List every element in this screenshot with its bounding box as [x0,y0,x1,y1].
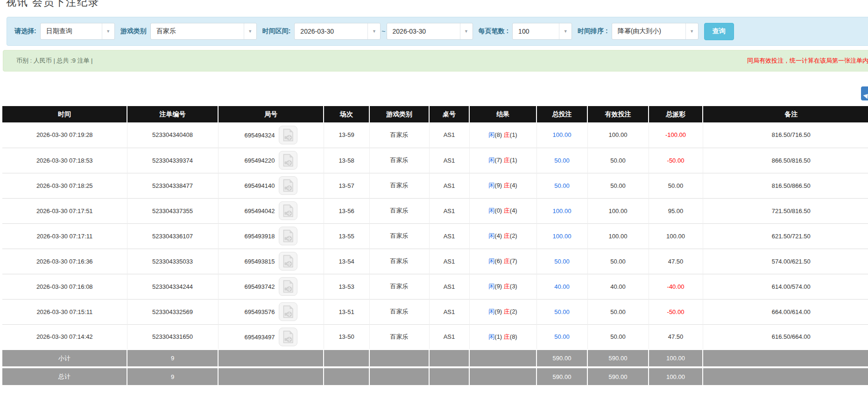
cell-game-type: 百家乐 [369,122,429,148]
date-range-separator: ~ [381,28,385,35]
column-header-payout: 总派彩 [649,106,703,122]
total-bet-amount[interactable]: 50.00 [554,308,570,315]
video-replay-button[interactable] [279,201,297,220]
total-bet-amount[interactable]: 40.00 [554,283,570,290]
game-type-select[interactable]: 百家乐 ▼ [150,23,257,40]
total-bet-amount[interactable]: 100.00 [553,207,572,214]
video-file-icon [282,179,294,192]
column-header-note: 备注 [703,106,868,122]
footer-empty-cell [469,350,536,367]
cell-result: 闲(7) 庄(1) [469,148,536,173]
total-bet-amount[interactable]: 100.00 [553,131,572,138]
video-file-icon [282,229,294,243]
total-bet-amount[interactable]: 100.00 [553,233,572,240]
cell-time: 2026-03-30 07:18:53 [2,148,127,173]
date-from-select[interactable]: 2026-03-30 ▼ [294,23,381,40]
result-player: 闲 [488,257,494,264]
cell-time: 2026-03-30 07:19:28 [2,122,127,148]
cell-session: 13-50 [324,324,369,350]
video-replay-button[interactable] [279,151,297,170]
cell-session: 13-54 [324,249,369,274]
video-replay-button[interactable] [279,277,297,296]
footer-empty-cell [429,367,469,385]
chevron-down-icon[interactable]: ▼ [460,23,473,39]
total-bet-amount[interactable]: 50.00 [554,182,570,189]
cell-bet-id: 523304340408 [127,122,218,148]
search-button[interactable]: 查询 [704,23,734,40]
cell-note: 816.50/716.50 [703,122,868,148]
edge-action-button[interactable] [861,86,868,100]
cell-table: AS1 [429,274,469,299]
cell-result: 闲(9) 庄(3) [469,274,536,299]
page-title: 视讯 会员下注纪录 [6,0,99,9]
chevron-down-icon[interactable]: ▼ [244,23,256,39]
footer-empty-cell [703,367,868,385]
cell-note: 664.00/614.00 [703,299,868,324]
cell-bet-id: 523304336107 [127,223,218,249]
result-player: 闲 [488,232,494,239]
cell-session: 13-51 [324,299,369,324]
video-replay-button[interactable] [279,176,297,195]
page-size-select[interactable]: 100 ▼ [512,23,572,40]
cell-payout: -100.00 [649,122,703,148]
footer-empty-cell [703,350,868,367]
result-player-count: (8) [494,131,504,138]
notice-text: 同局有效投注，统一计算在该局第一张注单内 | [747,57,868,65]
cell-valid-bet: 50.00 [587,324,649,350]
filter-panel: 请选择: 日期查询 ▼ 游戏类别 百家乐 ▼ 时间区间: 2026-03-30 … [7,17,868,46]
table-body: 2026-03-30 07:19:28523304340408695494324… [2,122,868,350]
cell-result: 闲(9) 庄(2) [469,299,536,324]
video-replay-button[interactable] [279,227,297,245]
column-header-valid-bet: 有效投注 [587,106,649,122]
chevron-down-icon[interactable]: ▼ [685,23,698,39]
footer-empty-cell [429,350,469,367]
cell-payout: 47.50 [649,324,703,350]
chevron-down-icon[interactable]: ▼ [102,23,114,39]
column-header-session: 场次 [324,106,369,122]
total-bet-amount[interactable]: 50.00 [554,333,570,340]
footer-empty-cell [369,350,429,367]
cell-bet-id: 523304335033 [127,249,218,274]
cell-round: 695494324 [218,122,324,148]
total-valid-bet: 590.00 [587,367,649,385]
cell-round: 695494220 [218,148,324,173]
cell-game-type: 百家乐 [369,324,429,350]
cell-result: 闲(6) 庄(7) [469,249,536,274]
query-type-select[interactable]: 日期查询 ▼ [40,23,115,40]
cell-total-bet: 50.00 [536,324,587,350]
cell-payout: -40.00 [649,274,703,299]
video-replay-button[interactable] [279,126,297,144]
cell-valid-bet: 50.00 [587,299,649,324]
date-to-value: 2026-03-30 [387,23,460,39]
total-bet-amount[interactable]: 50.00 [554,258,570,265]
cell-session: 13-53 [324,274,369,299]
subtotal-row: 小计 9 590.00 590.00 100.00 [2,350,868,367]
total-payout: 100.00 [649,367,703,385]
table-row: 2026-03-30 07:17:11523304336107695493918… [2,223,868,249]
result-banker-count: (2) [510,232,517,239]
result-banker-count: (3) [510,283,517,290]
cell-bet-id: 523304339374 [127,148,218,173]
video-replay-button[interactable] [279,252,297,271]
chevron-down-icon[interactable]: ▼ [559,23,572,39]
cell-session: 13-56 [324,198,369,223]
cell-note: 866.50/816.50 [703,148,868,173]
sort-order-select[interactable]: 降幂(由大到小) ▼ [612,23,699,40]
chevron-down-icon[interactable]: ▼ [367,23,380,39]
result-player-count: (6) [494,257,504,264]
cell-bet-id: 523304332569 [127,299,218,324]
result-banker: 庄 [504,333,510,340]
cell-total-bet: 100.00 [536,198,587,223]
subtotal-total-bet: 590.00 [536,350,587,367]
total-bet-amount[interactable]: 50.00 [554,157,570,164]
result-player: 闲 [488,182,494,189]
cell-total-bet: 50.00 [536,299,587,324]
round-number: 695494324 [244,131,275,138]
date-to-select[interactable]: 2026-03-30 ▼ [387,23,473,40]
table-row: 2026-03-30 07:16:36523304335033695493815… [2,249,868,274]
round-number: 695493497 [244,333,275,340]
video-replay-button[interactable] [279,328,297,346]
query-type-label: 请选择: [14,27,36,36]
cell-valid-bet: 50.00 [587,249,649,274]
video-replay-button[interactable] [279,302,297,321]
